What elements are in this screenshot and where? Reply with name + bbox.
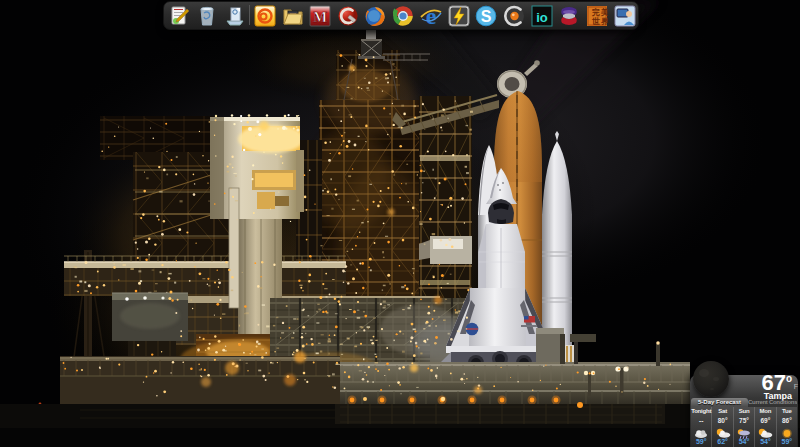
svg-text:美: 美	[600, 7, 608, 17]
svg-text:io: io	[536, 10, 548, 25]
svg-text:世: 世	[591, 17, 600, 26]
svg-text:M: M	[313, 9, 327, 25]
svg-text:S: S	[481, 8, 492, 25]
svg-text:完: 完	[591, 7, 600, 17]
svg-text:e: e	[426, 5, 437, 27]
svg-text:界: 界	[600, 17, 608, 26]
